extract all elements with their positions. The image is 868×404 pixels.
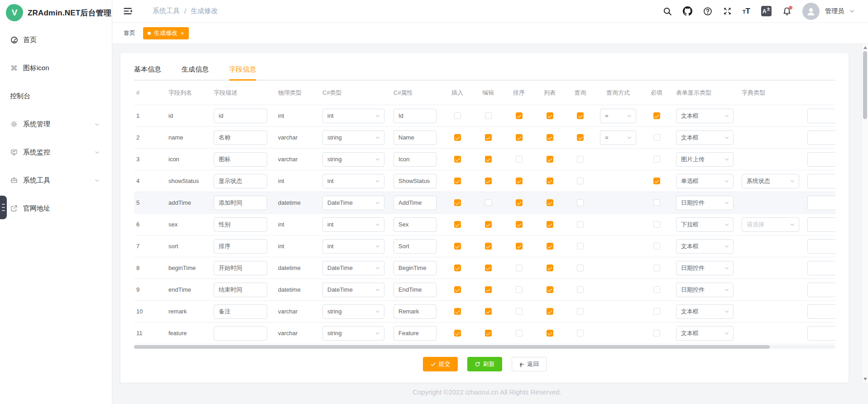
cs-prop-input[interactable] <box>393 217 436 232</box>
list-checkbox[interactable] <box>547 112 553 119</box>
query-checkbox[interactable] <box>577 112 584 119</box>
list-checkbox[interactable] <box>547 134 553 141</box>
field-desc-input[interactable] <box>214 130 267 145</box>
cs-prop-input[interactable] <box>393 196 436 210</box>
refresh-button[interactable]: 刷新 <box>467 357 502 371</box>
collapse-sidebar-icon[interactable] <box>123 7 133 15</box>
query-checkbox[interactable] <box>577 286 584 293</box>
field-desc-input[interactable] <box>214 152 267 167</box>
insert-checkbox[interactable] <box>454 265 461 271</box>
insert-checkbox[interactable] <box>454 243 461 250</box>
query-checkbox[interactable] <box>577 308 584 315</box>
extra-input[interactable] <box>807 174 835 188</box>
insert-checkbox[interactable] <box>454 178 461 184</box>
required-checkbox[interactable] <box>653 178 660 184</box>
cs-prop-input[interactable] <box>393 261 436 275</box>
display-type-select[interactable]: 图片上传 <box>676 152 734 167</box>
cs-prop-input[interactable] <box>393 283 436 297</box>
sort-checkbox[interactable] <box>516 308 523 315</box>
chevron-down-icon[interactable] <box>849 8 855 14</box>
cs-prop-input[interactable] <box>393 152 436 167</box>
display-type-select[interactable]: 文本框 <box>676 239 734 254</box>
cs-prop-input[interactable] <box>393 304 436 319</box>
breadcrumb-item[interactable]: 生成修改 <box>191 7 218 15</box>
github-icon[interactable] <box>683 6 692 16</box>
edit-checkbox[interactable] <box>485 265 492 271</box>
list-checkbox[interactable] <box>547 156 553 163</box>
display-type-select[interactable]: 文本框 <box>676 130 734 145</box>
vertical-scrollbar-thumb[interactable] <box>863 51 867 119</box>
tab-1[interactable]: 基本信息 <box>134 65 161 80</box>
required-checkbox[interactable] <box>653 156 660 163</box>
query-checkbox[interactable] <box>577 199 584 206</box>
extra-input[interactable] <box>807 283 835 297</box>
dict-type-select[interactable]: 系统状态 <box>742 174 799 188</box>
sort-checkbox[interactable] <box>516 134 523 141</box>
sidebar-item-3[interactable]: 控制台 <box>0 82 112 110</box>
query-mode-select[interactable]: = <box>600 109 636 123</box>
extra-input[interactable] <box>807 217 835 232</box>
cs-prop-input[interactable] <box>393 174 436 188</box>
sidebar-item-7[interactable]: 官网地址 <box>0 194 112 222</box>
insert-checkbox[interactable] <box>454 112 461 119</box>
insert-checkbox[interactable] <box>454 286 461 293</box>
search-icon[interactable] <box>663 7 672 16</box>
sidebar-item-4[interactable]: 系统管理 <box>0 110 112 138</box>
extra-input[interactable] <box>807 239 835 254</box>
tab-2[interactable]: 生成信息 <box>182 65 209 80</box>
sort-checkbox[interactable] <box>516 330 523 337</box>
cs-type-select[interactable]: DateTime <box>322 261 384 275</box>
cs-prop-input[interactable] <box>393 130 436 145</box>
sort-checkbox[interactable] <box>516 112 523 119</box>
cs-type-select[interactable]: int <box>322 109 384 123</box>
required-checkbox[interactable] <box>653 221 660 228</box>
query-checkbox[interactable] <box>577 243 584 250</box>
query-checkbox[interactable] <box>577 265 584 271</box>
sort-checkbox[interactable] <box>516 199 523 206</box>
insert-checkbox[interactable] <box>454 199 461 206</box>
field-desc-input[interactable] <box>214 326 267 341</box>
cs-prop-input[interactable] <box>393 239 436 254</box>
query-checkbox[interactable] <box>577 330 584 337</box>
extra-input[interactable] <box>807 196 835 210</box>
edit-checkbox[interactable] <box>485 330 492 337</box>
query-checkbox[interactable] <box>577 178 584 184</box>
help-icon[interactable] <box>703 7 712 16</box>
edit-checkbox[interactable] <box>485 199 492 206</box>
field-desc-input[interactable] <box>214 174 267 188</box>
sort-checkbox[interactable] <box>516 178 523 184</box>
extra-input[interactable] <box>807 304 835 319</box>
extra-input[interactable] <box>807 261 835 275</box>
field-desc-input[interactable] <box>214 304 267 319</box>
scroll-up-arrow[interactable] <box>863 46 867 49</box>
insert-checkbox[interactable] <box>454 221 461 228</box>
cs-type-select[interactable]: int <box>322 174 384 188</box>
tag-home[interactable]: 首页 <box>124 29 135 37</box>
display-type-select[interactable]: 下拉框 <box>676 217 734 232</box>
insert-checkbox[interactable] <box>454 134 461 141</box>
theme-drawer-handle[interactable] <box>0 196 7 219</box>
cs-type-select[interactable]: string <box>322 130 384 145</box>
tag-close-icon[interactable]: × <box>181 30 184 36</box>
translate-icon[interactable]: A文 <box>761 6 772 16</box>
cs-type-select[interactable]: string <box>322 326 384 341</box>
fullscreen-icon[interactable] <box>723 7 732 15</box>
field-desc-input[interactable] <box>214 196 267 210</box>
sidebar-item-6[interactable]: 系统工具 <box>0 166 112 194</box>
edit-checkbox[interactable] <box>485 221 492 228</box>
edit-checkbox[interactable] <box>485 243 492 250</box>
edit-checkbox[interactable] <box>485 134 492 141</box>
list-checkbox[interactable] <box>547 286 553 293</box>
edit-checkbox[interactable] <box>485 112 492 119</box>
sort-checkbox[interactable] <box>516 243 523 250</box>
edit-checkbox[interactable] <box>485 308 492 315</box>
cs-type-select[interactable]: string <box>322 152 384 167</box>
dict-type-select[interactable]: 请选择 <box>742 217 799 232</box>
cs-type-select[interactable]: string <box>322 304 384 319</box>
list-checkbox[interactable] <box>547 330 553 337</box>
field-desc-input[interactable] <box>214 239 267 254</box>
sort-checkbox[interactable] <box>516 265 523 271</box>
sort-checkbox[interactable] <box>516 156 523 163</box>
font-size-icon[interactable]: TT <box>743 7 750 15</box>
sort-checkbox[interactable] <box>516 221 523 228</box>
